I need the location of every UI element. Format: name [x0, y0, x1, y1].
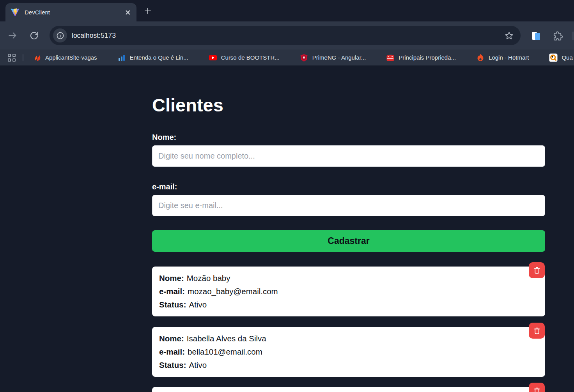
card-field-label: Nome: — [159, 274, 184, 283]
card-field-label: Nome: — [159, 334, 184, 343]
toolbar-edge-icon-partial[interactable] — [572, 32, 574, 40]
red-shield-icon — [300, 53, 308, 62]
tab-strip: DevClient — [0, 0, 574, 21]
card-field-value: mozao_baby@email.com — [188, 287, 278, 296]
bookmark-entenda[interactable]: Entenda o Que é Lin... — [117, 53, 188, 62]
vite-favicon-icon — [10, 8, 20, 17]
tab-title: DevClient — [25, 9, 123, 16]
bookmark-label: Entenda o Que é Lin... — [130, 54, 188, 61]
bookmark-label: PrimeNG - Angular... — [312, 54, 366, 61]
client-card-partial — [152, 387, 545, 392]
name-label: Nome: — [152, 133, 545, 142]
client-card: Nome:Isabella Alves da Silva e-mail:bell… — [152, 327, 545, 377]
bookmark-applicantsite[interactable]: ApplicantSite-vagas — [33, 53, 97, 62]
browser-tab-devclient[interactable]: DevClient — [5, 3, 136, 21]
bar-chart-icon — [117, 53, 126, 62]
client-name-line: Nome:Mozão baby — [159, 272, 538, 285]
site-info-icon[interactable] — [53, 28, 67, 42]
bookmarks-bar: ApplicantSite-vagas Entenda o Que é Lin.… — [0, 49, 574, 65]
card-field-value: Mozão baby — [187, 274, 230, 283]
delete-client-button[interactable] — [529, 262, 545, 278]
card-field-label: e-mail: — [159, 287, 185, 296]
web-page: Clientes Nome: e-mail: Cadastrar Nome:Mo… — [0, 65, 574, 392]
client-status-line: Status:Ativo — [159, 298, 538, 311]
client-name-line: Nome:Isabella Alves da Silva — [159, 332, 538, 345]
trash-icon — [533, 266, 541, 275]
orange-flame-icon — [33, 53, 41, 62]
tab-close-icon[interactable] — [123, 8, 133, 17]
red-toolbox-icon — [386, 53, 395, 62]
card-field-label: Status: — [159, 300, 186, 309]
bookmark-qua-partial[interactable]: Qua — [549, 53, 572, 62]
forward-icon[interactable] — [7, 30, 18, 41]
client-card: Nome:Mozão baby e-mail:mozao_baby@email.… — [152, 267, 545, 316]
bookmark-hotmart[interactable]: Login - Hotmart — [476, 53, 529, 62]
card-field-value: Ativo — [189, 360, 207, 369]
bookmark-primeng[interactable]: PrimeNG - Angular... — [300, 53, 366, 62]
client-email-line: e-mail:bella101@email.com — [159, 345, 538, 358]
reload-icon[interactable] — [28, 30, 40, 41]
bookmark-label: ApplicantSite-vagas — [45, 54, 97, 61]
card-field-label: e-mail: — [159, 347, 185, 356]
hotmart-flame-icon — [476, 53, 485, 62]
youtube-icon — [209, 53, 217, 62]
client-status-line: Status:Ativo — [159, 358, 538, 372]
star-icon[interactable] — [503, 30, 514, 41]
card-field-value: bella101@email.com — [188, 347, 262, 356]
client-email-line: e-mail:mozao_baby@email.com — [159, 285, 538, 298]
bookmark-label: Curso de BOOTSTR... — [221, 54, 280, 61]
delete-client-button[interactable] — [529, 383, 545, 392]
bookmark-principais[interactable]: Principais Proprieda... — [386, 53, 456, 62]
side-panel-icon[interactable] — [530, 30, 542, 42]
delete-client-button[interactable] — [529, 323, 545, 339]
apps-grid-icon[interactable] — [8, 54, 16, 62]
bookmarks-divider — [23, 54, 23, 61]
trash-icon — [533, 327, 541, 335]
email-label: e-mail: — [152, 182, 545, 191]
bookmark-curso-bootstrap[interactable]: Curso de BOOTSTR... — [209, 53, 280, 62]
page-title: Clientes — [152, 94, 545, 116]
card-field-label: Status: — [159, 360, 186, 369]
cadastrar-button[interactable]: Cadastrar — [152, 230, 545, 252]
bookmark-label: Login - Hotmart — [489, 54, 529, 61]
new-tab-button[interactable] — [142, 5, 154, 17]
address-bar[interactable]: localhost:5173 — [50, 26, 521, 45]
card-field-value: Ativo — [189, 300, 207, 309]
browser-toolbar: localhost:5173 — [0, 21, 574, 49]
bookmark-label: Principais Proprieda... — [399, 54, 456, 61]
clientes-container: Clientes Nome: e-mail: Cadastrar Nome:Mo… — [152, 94, 545, 392]
url-text[interactable]: localhost:5173 — [72, 32, 503, 40]
name-input[interactable] — [152, 145, 545, 167]
trash-icon — [533, 387, 541, 392]
email-input[interactable] — [152, 195, 545, 216]
q-magnifier-icon — [549, 53, 558, 62]
bookmark-label: Qua — [562, 54, 572, 61]
card-field-value: Isabella Alves da Silva — [187, 334, 266, 343]
extensions-puzzle-icon[interactable] — [551, 30, 564, 42]
